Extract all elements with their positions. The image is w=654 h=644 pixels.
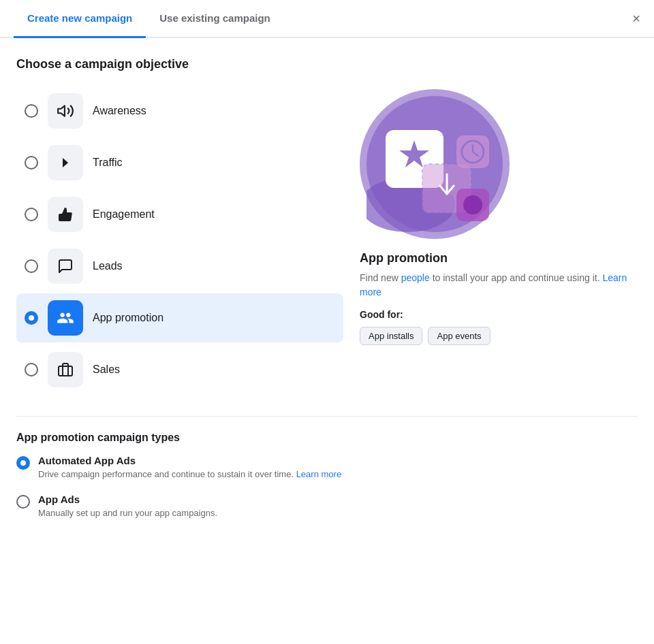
tab-create-new-campaign[interactable]: Create new campaign xyxy=(14,0,146,38)
main-content: Choose a campaign objective Awareness xyxy=(0,38,654,548)
tag-app-events: App events xyxy=(428,327,490,345)
objective-item-awareness[interactable]: Awareness xyxy=(16,86,343,135)
svg-marker-0 xyxy=(58,106,65,116)
radio-awareness[interactable] xyxy=(25,104,38,118)
ct-name-automated: Automated App Ads xyxy=(38,455,341,466)
ct-name-app-ads: App Ads xyxy=(38,494,217,505)
ct-text-automated: Automated App Ads Drive campaign perform… xyxy=(38,455,341,481)
obj-icon-engagement xyxy=(48,197,83,232)
radio-traffic[interactable] xyxy=(25,156,38,170)
obj-icon-app-promotion xyxy=(48,300,83,336)
obj-icon-leads xyxy=(48,248,83,284)
description-panel: App promotion Find new people to install… xyxy=(360,86,638,397)
ct-text-app-ads: App Ads Manually set up and run your app… xyxy=(38,494,217,520)
objective-label-sales: Sales xyxy=(93,364,120,376)
objective-item-traffic[interactable]: Traffic xyxy=(16,138,343,187)
obj-icon-traffic xyxy=(48,145,83,180)
tag-app-installs: App installs xyxy=(360,327,422,345)
desc-link-people[interactable]: people xyxy=(401,272,430,283)
ct-learn-more-link[interactable]: Learn more xyxy=(296,469,341,479)
desc-text-before-link: Find new xyxy=(360,272,401,283)
description-text: Find new people to install your app and … xyxy=(360,271,638,300)
ct-desc-app-ads: Manually set up and run your app campaig… xyxy=(38,506,217,520)
good-for-label: Good for: xyxy=(360,309,638,320)
desc-text-after-link: to install your app and continue using i… xyxy=(430,272,603,283)
campaign-types-title: App promotion campaign types xyxy=(16,432,638,444)
svg-point-13 xyxy=(463,195,482,214)
objective-label-app-promotion: App promotion xyxy=(93,312,164,324)
close-button[interactable]: × xyxy=(632,12,640,25)
svg-rect-1 xyxy=(59,366,72,376)
radio-sales[interactable] xyxy=(25,363,38,376)
radio-leads[interactable] xyxy=(25,259,38,273)
tab-use-existing-campaign[interactable]: Use existing campaign xyxy=(146,0,284,38)
app-promotion-illustration xyxy=(360,89,510,239)
section-title: Choose a campaign objective xyxy=(16,57,638,71)
obj-icon-awareness xyxy=(48,93,83,129)
objective-item-sales[interactable]: Sales xyxy=(16,345,343,394)
radio-app-ads[interactable] xyxy=(16,495,30,509)
campaign-type-app-ads[interactable]: App Ads Manually set up and run your app… xyxy=(16,494,638,520)
radio-app-promotion[interactable] xyxy=(25,311,38,325)
radio-automated-app-ads[interactable] xyxy=(16,456,30,470)
main-layout: Awareness Traffic xyxy=(16,86,638,397)
objectives-list: Awareness Traffic xyxy=(16,86,343,397)
objective-item-app-promotion[interactable]: App promotion xyxy=(16,293,343,342)
objective-label-engagement: Engagement xyxy=(93,208,155,221)
ct-desc-automated: Drive campaign performance and continue … xyxy=(38,468,341,481)
objective-label-awareness: Awareness xyxy=(93,105,146,117)
description-title: App promotion xyxy=(360,251,638,265)
objective-item-engagement[interactable]: Engagement xyxy=(16,190,343,239)
radio-engagement[interactable] xyxy=(25,208,38,221)
campaign-types-section: App promotion campaign types Automated A… xyxy=(16,416,638,519)
tags-container: App installs App events xyxy=(360,327,638,345)
objective-label-leads: Leads xyxy=(93,260,123,272)
ct-desc-before-link: Drive campaign performance and continue … xyxy=(38,469,296,479)
objective-label-traffic: Traffic xyxy=(93,157,123,169)
campaign-type-automated[interactable]: Automated App Ads Drive campaign perform… xyxy=(16,455,638,481)
tabs-bar: Create new campaign Use existing campaig… xyxy=(0,0,654,38)
obj-icon-sales xyxy=(48,352,83,387)
objective-item-leads[interactable]: Leads xyxy=(16,242,343,291)
